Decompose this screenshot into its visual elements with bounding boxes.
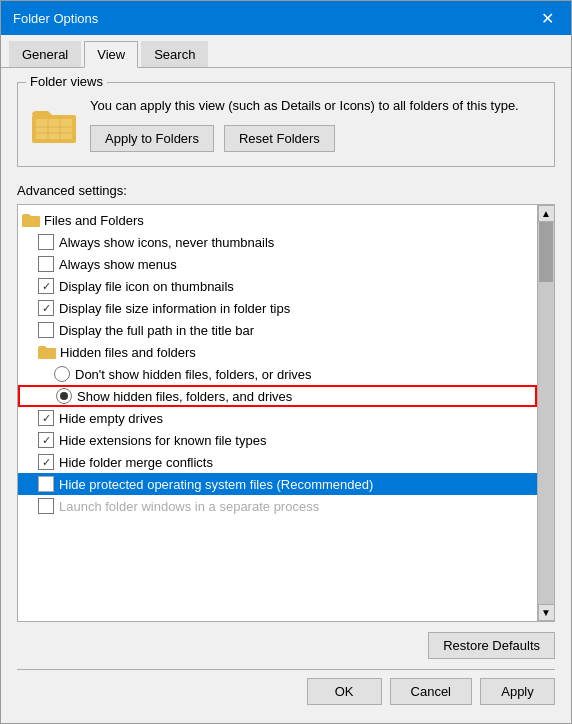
footer-buttons: OK Cancel Apply	[17, 669, 555, 709]
tab-general[interactable]: General	[9, 41, 81, 67]
list-item[interactable]: ✓ Hide extensions for known file types	[18, 429, 537, 451]
checkbox-hide-empty-drives[interactable]: ✓	[38, 410, 54, 426]
radio-dont-show-hidden[interactable]	[54, 366, 70, 382]
ok-button[interactable]: OK	[307, 678, 382, 705]
advanced-settings-label: Advanced settings:	[17, 183, 555, 198]
tab-bar: General View Search	[1, 35, 571, 68]
checkbox-hide-protected[interactable]	[38, 476, 54, 492]
advanced-settings-tree: Files and Folders Always show icons, nev…	[17, 204, 555, 622]
content-area: Folder views	[1, 68, 571, 723]
scroll-up-button[interactable]: ▲	[538, 205, 555, 222]
list-item[interactable]: Don't show hidden files, folders, or dri…	[18, 363, 537, 385]
list-item[interactable]: Always show icons, never thumbnails	[18, 231, 537, 253]
list-item[interactable]: ✓ Display file icon on thumbnails	[18, 275, 537, 297]
folder-views-inner: You can apply this view (such as Details…	[30, 97, 542, 152]
scrollbar: ▲ ▼	[537, 205, 554, 621]
folder-options-window: Folder Options ✕ General View Search Fol…	[0, 0, 572, 724]
tree-scroll-area[interactable]: Files and Folders Always show icons, nev…	[18, 205, 537, 621]
apply-to-folders-button[interactable]: Apply to Folders	[90, 125, 214, 152]
reset-folders-button[interactable]: Reset Folders	[224, 125, 335, 152]
list-item[interactable]: Show hidden files, folders, and drives	[18, 385, 537, 407]
list-item[interactable]: Launch folder windows in a separate proc…	[18, 495, 537, 517]
svg-rect-1	[36, 119, 72, 139]
cancel-button[interactable]: Cancel	[390, 678, 472, 705]
scrollbar-thumb[interactable]	[539, 222, 553, 282]
scroll-down-button[interactable]: ▼	[538, 604, 555, 621]
checkbox-display-file-size[interactable]: ✓	[38, 300, 54, 316]
list-item: Hidden files and folders	[18, 341, 537, 363]
radio-show-hidden[interactable]	[56, 388, 72, 404]
close-button[interactable]: ✕	[535, 6, 559, 30]
tab-view[interactable]: View	[84, 41, 138, 68]
checkbox-always-show-icons[interactable]	[38, 234, 54, 250]
folder-views-group: Folder views	[17, 82, 555, 167]
window-title: Folder Options	[13, 11, 98, 26]
checkbox-hide-folder-merge[interactable]: ✓	[38, 454, 54, 470]
checkbox-launch-folder[interactable]	[38, 498, 54, 514]
list-item[interactable]: Hide protected operating system files (R…	[18, 473, 537, 495]
svg-rect-7	[38, 348, 56, 359]
list-item[interactable]: Display the full path in the title bar	[18, 319, 537, 341]
list-item[interactable]: Always show menus	[18, 253, 537, 275]
apply-button[interactable]: Apply	[480, 678, 555, 705]
restore-defaults-button[interactable]: Restore Defaults	[428, 632, 555, 659]
checkbox-hide-extensions[interactable]: ✓	[38, 432, 54, 448]
svg-rect-6	[22, 216, 40, 227]
folder-icon	[30, 101, 78, 149]
folder-views-description: You can apply this view (such as Details…	[90, 97, 542, 115]
tab-search[interactable]: Search	[141, 41, 208, 67]
list-item[interactable]: ✓ Display file size information in folde…	[18, 297, 537, 319]
restore-defaults-row: Restore Defaults	[17, 632, 555, 659]
checkbox-full-path[interactable]	[38, 322, 54, 338]
list-item[interactable]: ✓ Hide folder merge conflicts	[18, 451, 537, 473]
checkbox-always-show-menus[interactable]	[38, 256, 54, 272]
list-item: Files and Folders	[18, 209, 537, 231]
list-item[interactable]: ✓ Hide empty drives	[18, 407, 537, 429]
checkbox-display-file-icon[interactable]: ✓	[38, 278, 54, 294]
folder-views-label: Folder views	[26, 74, 107, 89]
title-bar: Folder Options ✕	[1, 1, 571, 35]
folder-views-buttons: Apply to Folders Reset Folders	[90, 125, 542, 152]
scrollbar-track[interactable]	[538, 222, 554, 604]
